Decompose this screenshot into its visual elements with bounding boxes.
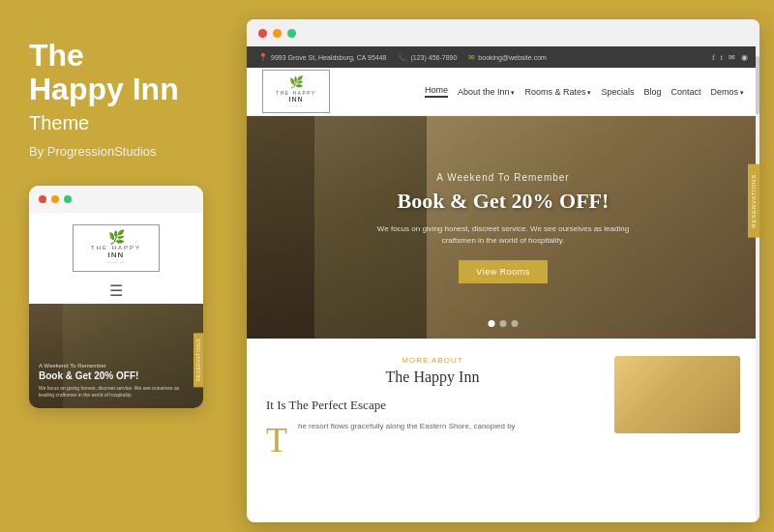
- nav-rooms[interactable]: Rooms & Rates: [524, 87, 591, 97]
- topbar-address-text: 9993 Grove St, Healdsburg, CA 95448: [271, 54, 386, 61]
- mobile-hero: RESERVATIONS A Weekend To Remember Book …: [29, 304, 203, 408]
- desktop-dot-red: [258, 29, 267, 38]
- desktop-scrollbar[interactable]: [756, 46, 759, 522]
- content-left: MORE ABOUT The Happy Inn It Is The Perfe…: [266, 356, 599, 458]
- theme-title: The Happy Inn: [29, 39, 211, 106]
- content-image: [614, 356, 740, 433]
- mobile-logo-area: 🌿 THE HAPPY INN ———: [73, 213, 160, 278]
- content-image-inner: [614, 356, 740, 433]
- desktop-mockup: 📍 9993 Grove St, Healdsburg, CA 95448 📞 …: [247, 19, 759, 522]
- mobile-logo-icon: 🌿: [85, 231, 147, 245]
- website-content: MORE ABOUT The Happy Inn It Is The Perfe…: [247, 339, 759, 467]
- content-text-area: T he resort flows gracefully along the E…: [266, 421, 599, 458]
- twitter-icon[interactable]: t: [721, 53, 723, 62]
- left-panel: The Happy Inn Theme By ProgressionStudio…: [0, 0, 240, 532]
- mobile-hero-title: Book & Get 20% OFF!: [39, 370, 194, 382]
- topbar-address: 📍 9993 Grove St, Healdsburg, CA 95448: [258, 53, 386, 62]
- topbar-left: 📍 9993 Grove St, Healdsburg, CA 95448 📞 …: [258, 53, 547, 62]
- hero-description: We focus on giving honest, discreet serv…: [368, 223, 639, 247]
- content-section-title: The Happy Inn: [266, 369, 599, 386]
- hero-dot-3[interactable]: [512, 320, 519, 327]
- hero-small-title: A Weekend To Remember: [368, 172, 639, 183]
- hero-dot-2[interactable]: [500, 320, 507, 327]
- website-logo-icon: 🌿: [273, 75, 319, 90]
- desktop-dot-green: [287, 29, 296, 38]
- location-icon: 📍: [258, 53, 268, 62]
- topbar-email: ✉ booking@website.com: [468, 53, 547, 62]
- website-logo-main: INN: [273, 96, 319, 103]
- mobile-dot-red: [39, 195, 46, 203]
- desktop-top-bar: [247, 19, 759, 46]
- hero-view-rooms-button[interactable]: View Rooms: [459, 260, 547, 283]
- desktop-scrollbar-thumb: [756, 56, 759, 114]
- theme-title-line2: Happy Inn: [29, 72, 179, 106]
- phone-icon: 📞: [398, 53, 407, 62]
- mobile-dot-green: [64, 195, 72, 203]
- mobile-mockup: 🌿 THE HAPPY INN ——— ☰ RESERVATIONS A Wee…: [29, 186, 203, 408]
- mobile-dot-yellow: [51, 195, 59, 203]
- rss-icon[interactable]: ◉: [741, 53, 748, 62]
- mobile-reservations-tab: RESERVATIONS: [194, 333, 203, 387]
- nav-contact[interactable]: Contact: [671, 87, 701, 97]
- mobile-hero-content: A Weekend To Remember Book & Get 20% OFF…: [39, 363, 194, 399]
- hero-main-title: Book & Get 20% OFF!: [368, 189, 639, 214]
- desktop-dot-yellow: [273, 29, 282, 38]
- nav-about[interactable]: About the Inn: [458, 87, 516, 97]
- hero-reservations-tab[interactable]: RESERVATIONS: [748, 164, 759, 238]
- nav-demos[interactable]: Demos: [711, 87, 744, 97]
- email-icon: ✉: [468, 53, 475, 62]
- website-nav: 🌿 THE HAPPY INN ——— Home About the Inn R…: [247, 68, 759, 116]
- mobile-hamburger-icon[interactable]: ☰: [109, 281, 123, 300]
- mobile-hero-desc: We focus on giving honest, discreet serv…: [39, 385, 194, 399]
- topbar-phone: 📞 (123) 456-7890: [398, 53, 457, 62]
- facebook-icon[interactable]: f: [712, 53, 715, 62]
- website-logo: 🌿 THE HAPPY INN ———: [262, 70, 330, 113]
- topbar-social: f t ✉ ◉: [712, 53, 748, 62]
- hero-dots: [489, 320, 519, 327]
- topbar-email-text: booking@website.com: [478, 54, 547, 61]
- theme-title-line1: The: [29, 38, 84, 73]
- hero-content: A Weekend To Remember Book & Get 20% OFF…: [310, 172, 697, 283]
- nav-blog[interactable]: Blog: [643, 87, 661, 97]
- drop-cap: T: [266, 423, 287, 458]
- content-sub-title: It Is The Perfect Escape: [266, 398, 599, 413]
- website-topbar: 📍 9993 Grove St, Healdsburg, CA 95448 📞 …: [247, 46, 759, 68]
- content-more-about-label: MORE ABOUT: [266, 356, 599, 365]
- mail-icon[interactable]: ✉: [729, 53, 735, 62]
- nav-specials[interactable]: Specials: [601, 87, 634, 97]
- content-body-text: he resort flows gracefully along the Eas…: [298, 421, 516, 433]
- mobile-logo-box: 🌿 THE HAPPY INN ———: [73, 224, 160, 272]
- hero-curtain-left: [247, 116, 314, 339]
- mobile-logo-sub: ———: [85, 259, 147, 265]
- theme-subtitle: Theme: [29, 112, 211, 134]
- nav-home[interactable]: Home: [425, 85, 448, 98]
- hero-dot-1[interactable]: [489, 320, 495, 327]
- mobile-body: 🌿 THE HAPPY INN ——— ☰ RESERVATIONS A Wee…: [29, 213, 203, 408]
- mobile-hero-subtitle: A Weekend To Remember: [39, 363, 194, 369]
- mobile-top-bar: [29, 186, 203, 213]
- topbar-phone-text: (123) 456-7890: [410, 54, 457, 61]
- website-hero: RESERVATIONS A Weekend To Remember Book …: [247, 116, 759, 339]
- mobile-logo-main: INN: [85, 251, 147, 259]
- website-nav-links: Home About the Inn Rooms & Rates Special…: [425, 85, 744, 98]
- website-logo-sub: ———: [273, 103, 319, 107]
- by-line: By ProgressionStudios: [29, 144, 211, 159]
